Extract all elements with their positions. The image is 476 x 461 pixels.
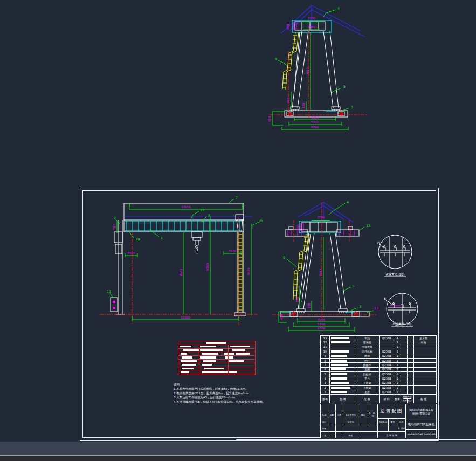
bom-remark: 外购 <box>414 340 433 344</box>
bom-code <box>330 354 355 358</box>
svg-text:1918: 1918 <box>229 250 236 253</box>
bom-header-no: 序号 <box>321 395 330 403</box>
spec-row <box>178 345 255 349</box>
callout-9: 9 <box>275 57 277 61</box>
callout-3: 3 <box>359 305 361 309</box>
tb-cell-review: 审核 <box>321 425 328 432</box>
svg-text:7617: 7617 <box>319 269 322 276</box>
tb-cell <box>336 432 343 438</box>
bom-row: 10 运行机构 Q235B 1 <box>321 349 436 354</box>
bom-name: 上横梁 <box>355 386 380 389</box>
bom-remark <box>414 368 433 371</box>
tb-weight-value <box>389 425 397 432</box>
bom-code <box>330 372 355 376</box>
bom-unit-weight <box>401 381 408 385</box>
note-line: 1.本机为电动葫芦门式起重机，起重量5t，跨度11.5m。 <box>174 387 270 391</box>
bom-total-weight <box>408 349 414 353</box>
bom-remark <box>414 354 433 358</box>
callout-13: 13 <box>366 224 370 228</box>
bom-no: 3 <box>321 381 330 385</box>
svg-text:100: 100 <box>302 102 305 108</box>
tb-weight-label: 重量 <box>389 419 397 425</box>
detail-a-tag: A <box>377 240 380 244</box>
svg-text:4064: 4064 <box>311 116 319 119</box>
tb-stage-label: 阶段标记 <box>378 419 389 425</box>
bom-no: 5 <box>321 372 330 376</box>
svg-text:5200: 5200 <box>318 322 325 326</box>
detail-b-caption: B放大(1:10) <box>393 322 411 326</box>
bom-total-weight <box>408 340 414 344</box>
spec-row <box>178 367 255 371</box>
bom-name: 电缆卷筒 <box>355 345 380 349</box>
tb-cell-approve: 批准 <box>343 432 358 438</box>
callout-4: 4 <box>347 200 349 204</box>
bom-no: 9 <box>321 354 330 358</box>
status-bar[interactable] <box>0 442 476 456</box>
callout-2: 2 <box>114 216 116 221</box>
bom-no: 8 <box>321 359 330 362</box>
svg-text:100: 100 <box>307 302 311 308</box>
tb-scale-label: 比例 <box>397 419 406 425</box>
bom-no: 2 <box>321 386 330 389</box>
spec-row <box>178 341 255 345</box>
bom-qty: 4 <box>394 336 401 340</box>
bom-table: 13 车挡 Q235B 4 见本图 12 缓冲器 3 外购 <box>320 335 437 395</box>
bom-header: 序号 图 号 名 称 材 料 数量 重量(kg) 单件总计 备 注 <box>320 394 437 403</box>
svg-text:12056: 12056 <box>181 205 191 209</box>
bom-material: Q235B <box>380 354 394 358</box>
bom-remark <box>414 381 433 385</box>
bom-row: 13 车挡 Q235B 4 见本图 <box>321 336 436 340</box>
bom-no: 12 <box>321 340 330 344</box>
bom-material: Q235B <box>380 336 394 340</box>
bom-header-name: 名 称 <box>355 395 380 403</box>
bom-unit-weight <box>401 345 408 349</box>
bom-name: 缓冲器 <box>355 340 380 344</box>
bom-name: 主梁 <box>355 390 380 394</box>
centerlines <box>270 30 367 118</box>
spec-row <box>178 352 255 356</box>
bom-qty: 1 <box>394 359 401 362</box>
bom-no: 4 <box>321 376 330 380</box>
bom-remark <box>414 359 433 362</box>
bom-material: Q235B <box>380 386 394 389</box>
bom-unit-weight <box>401 386 408 389</box>
front-elevation-view: 12056 11500 8453 9360 8434 1918 1203 787… <box>100 191 264 326</box>
bom-total-weight <box>408 386 414 389</box>
bom-no: 7 <box>321 363 330 367</box>
tb-cell-standard: 标准化 <box>343 418 358 425</box>
bom-row: 9 爬梯 Q235B 1 <box>321 354 436 359</box>
svg-text:4064: 4064 <box>318 318 325 321</box>
detail-a-caption: A放大(1:10) <box>386 272 404 277</box>
cad-canvas[interactable]: 1230 1040 900 7617 705 100 450 4064 5200… <box>0 0 476 461</box>
side-elevation-view: 1230 900 7617 502 100 450 4064 5200 6200… <box>270 194 385 334</box>
tb-company-line1: 揭阳市自成机械工程 <box>409 408 433 412</box>
tb-sheets: 共 张 第 张 <box>378 432 406 438</box>
taskbar[interactable] <box>0 456 476 461</box>
bom-unit-weight <box>401 340 408 344</box>
bom-unit-weight <box>401 359 408 362</box>
ladder <box>282 32 299 90</box>
tb-company-line2: (特种)有限公司 <box>412 412 431 416</box>
bom-remark <box>414 386 433 389</box>
bom-row: 7 防雨罩 Q235B 1 <box>321 363 436 367</box>
bom-header-remark: 备 注 <box>414 395 433 403</box>
bom-qty: 2 <box>394 390 401 394</box>
bom-code <box>330 336 355 340</box>
roof-lines <box>281 5 365 37</box>
spec-col-line <box>199 345 199 375</box>
tb-cell <box>328 404 336 411</box>
tb-cell <box>358 432 378 438</box>
bom-header-code: 图 号 <box>330 395 355 403</box>
callout-7: 7 <box>236 196 238 200</box>
detail-b-tag: B <box>384 297 386 300</box>
svg-text:1230: 1230 <box>317 216 325 219</box>
bom-no: 11 <box>321 345 330 349</box>
tb-cell <box>368 418 378 425</box>
left-column <box>114 220 125 314</box>
svg-text:8434: 8434 <box>247 267 250 275</box>
svg-text:450: 450 <box>268 116 271 122</box>
bom-unit-weight <box>401 349 408 353</box>
bom-header-total: 总计 <box>408 399 412 403</box>
spec-col-line <box>228 345 229 375</box>
tb-cell <box>358 418 368 425</box>
